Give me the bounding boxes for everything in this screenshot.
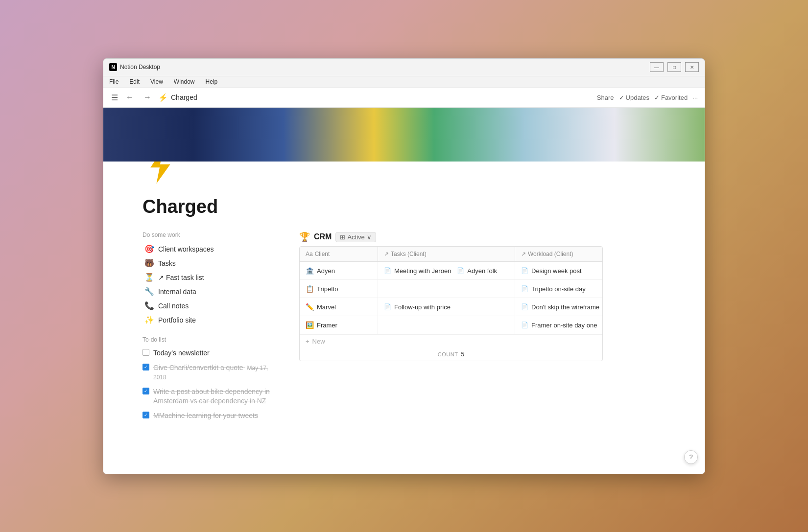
table-row[interactable]: 🖼️ Framer 📄 Framer on-site day one — [300, 316, 602, 334]
todo-checkbox-3[interactable]: ✓ — [143, 388, 149, 394]
toolbar-right: Share ✓ Updates ✓ Favorited ··· — [597, 94, 698, 101]
marvel-workload-icon: 📄 — [521, 303, 528, 310]
menu-file[interactable]: File — [107, 77, 120, 86]
call-notes-icon: 📞 — [144, 301, 154, 310]
notion-app-icon: N — [109, 63, 117, 71]
nav-item-label-portfolio-site: Portfolio site — [158, 316, 196, 324]
col-header-tasks: ↗ Tasks (Client) — [378, 247, 515, 261]
tripetto-icon: 📋 — [306, 285, 314, 293]
nav-item-internal-data[interactable]: 🔧 Internal data — [143, 285, 280, 298]
col-icon-workload: ↗ — [521, 251, 526, 257]
task-page-icon-2: 📄 — [457, 267, 464, 274]
todo-checkbox-2[interactable]: ✓ — [143, 364, 149, 370]
portfolio-site-icon: ✨ — [144, 315, 154, 324]
db-view-chevron-icon: ∨ — [367, 233, 372, 241]
maximize-button[interactable]: □ — [667, 62, 681, 72]
page-icon-small: ⚡ — [158, 93, 168, 102]
more-button[interactable]: ··· — [692, 94, 698, 101]
todo-text-4: MMachine learning for your tweets — [153, 411, 258, 421]
sidebar-toggle-button[interactable]: ☰ — [110, 92, 119, 103]
forward-button[interactable]: → — [141, 92, 154, 103]
todo-checkbox-4[interactable]: ✓ — [143, 412, 149, 418]
titlebar-title: Notion Desktop — [120, 64, 160, 70]
todo-text-1: Today's newsletter — [153, 348, 210, 358]
nav-item-portfolio-site[interactable]: ✨ Portfolio site — [143, 313, 280, 326]
crm-title: CRM — [314, 232, 332, 241]
crm-table: Aa Client ↗ Tasks (Client) ↗ Workload (C… — [299, 246, 603, 361]
todo-item-3: ✓ Write a post about bike dependency in … — [143, 386, 280, 408]
todo-item-1: Today's newsletter — [143, 347, 280, 360]
col-header-workload: ↗ Workload (Client) — [515, 247, 603, 261]
todo-text-3: Write a post about bike dependency in Am… — [153, 387, 280, 406]
nav-item-label-internal-data: Internal data — [158, 288, 196, 296]
minimize-button[interactable]: — — [650, 62, 664, 72]
cover-image — [103, 108, 705, 162]
toolbar-left: ☰ ← → ⚡ Charged — [110, 92, 592, 103]
nav-item-label-client-workspaces: Client workspaces — [158, 245, 214, 253]
db-view-button[interactable]: ⊞ Active ∨ — [335, 232, 376, 242]
right-column: 🏆 CRM ⊞ Active ∨ Aa Cli — [299, 231, 603, 361]
todo-text-2: Give Charli/convertkit a quote May 17, 2… — [153, 363, 280, 382]
updates-label: Updates — [626, 94, 649, 101]
cell-workload-adyen: 📄 Design week post — [515, 262, 603, 279]
tasks-icon: 🐻 — [144, 258, 154, 268]
share-button[interactable]: Share — [597, 94, 614, 101]
section-label-todo: To-do list — [143, 336, 280, 343]
db-view-icon: ⊞ — [340, 233, 345, 241]
cell-client-tripetto: 📋 Tripetto — [300, 280, 378, 298]
todo-section: To-do list Today's newsletter ✓ Give Cha… — [143, 336, 280, 422]
nav-item-client-workspaces[interactable]: 🎯 Client workspaces — [143, 242, 280, 255]
adyen-icon: 🏦 — [306, 267, 314, 275]
cell-client-framer: 🖼️ Framer — [300, 316, 378, 334]
table-row[interactable]: ✏️ Marvel 📄 Follow-up with price 📄 Don't… — [300, 298, 602, 316]
add-icon: + — [306, 338, 309, 345]
nav-item-label-tasks: Tasks — [158, 259, 176, 267]
breadcrumb: ⚡ Charged — [158, 93, 197, 102]
updates-button[interactable]: ✓ Updates — [619, 94, 649, 101]
cell-client-marvel: ✏️ Marvel — [300, 298, 378, 316]
cell-tasks-marvel: 📄 Follow-up with price — [378, 298, 515, 316]
menu-view[interactable]: View — [148, 77, 165, 86]
menu-edit[interactable]: Edit — [127, 77, 142, 86]
cell-workload-tripetto: 📄 Tripetto on-site day — [515, 280, 603, 298]
page-title: Charged — [143, 196, 603, 218]
menu-window[interactable]: Window — [172, 77, 197, 86]
crm-icon: 🏆 — [299, 231, 310, 242]
help-button[interactable]: ? — [684, 450, 698, 464]
marvel-icon: ✏️ — [306, 303, 314, 311]
nav-item-call-notes[interactable]: 📞 Call notes — [143, 299, 280, 312]
updates-check-icon: ✓ — [619, 94, 624, 101]
svg-marker-0 — [150, 162, 170, 184]
table-row[interactable]: 📋 Tripetto 📄 Tripetto on-site day — [300, 280, 602, 298]
table-header: Aa Client ↗ Tasks (Client) ↗ Workload (C… — [300, 247, 602, 262]
db-header: 🏆 CRM ⊞ Active ∨ — [299, 231, 603, 242]
cell-workload-marvel: 📄 Don't skip the wireframe 📄 Des... — [515, 298, 603, 316]
nav-item-label-fast-task-list: ↗ Fast task list — [158, 274, 204, 281]
nav-item-tasks[interactable]: 🐻 Tasks — [143, 256, 280, 270]
page-icon — [143, 162, 603, 191]
menu-help[interactable]: Help — [204, 77, 220, 86]
table-row[interactable]: 🏦 Adyen 📄 Meeting with Jeroen 📄 Adyen fo… — [300, 262, 602, 280]
framer-icon: 🖼️ — [306, 321, 314, 329]
col-header-client: Aa Client — [300, 247, 378, 261]
section-label-work: Do some work — [143, 231, 280, 238]
back-button[interactable]: ← — [123, 92, 137, 103]
framer-workload-icon: 📄 — [521, 322, 528, 328]
cell-tasks-framer — [378, 316, 515, 334]
favorited-button[interactable]: ✓ Favorited — [654, 94, 688, 101]
internal-data-icon: 🔧 — [144, 287, 154, 296]
todo-checkbox-1[interactable] — [143, 349, 149, 356]
add-new-row-button[interactable]: + New — [300, 334, 602, 348]
toolbar: ☰ ← → ⚡ Charged Share ✓ Updates ✓ Favori… — [103, 88, 705, 108]
content-area: Charged Do some work 🎯 Client workspaces… — [103, 162, 705, 474]
titlebar: N Notion Desktop — □ ✕ — [103, 59, 705, 76]
col-icon-client: Aa — [306, 251, 313, 257]
cell-tasks-adyen: 📄 Meeting with Jeroen 📄 Adyen folk — [378, 262, 515, 279]
titlebar-left: N Notion Desktop — [109, 63, 160, 71]
close-button[interactable]: ✕ — [685, 62, 699, 72]
nav-item-fast-task-list[interactable]: ⏳ ↗ Fast task list — [143, 271, 280, 284]
table-count: COUNT 5 — [300, 348, 602, 361]
cell-workload-framer: 📄 Framer on-site day one — [515, 316, 603, 334]
breadcrumb-page-name: Charged — [171, 93, 197, 101]
favorited-check-icon: ✓ — [654, 94, 660, 101]
